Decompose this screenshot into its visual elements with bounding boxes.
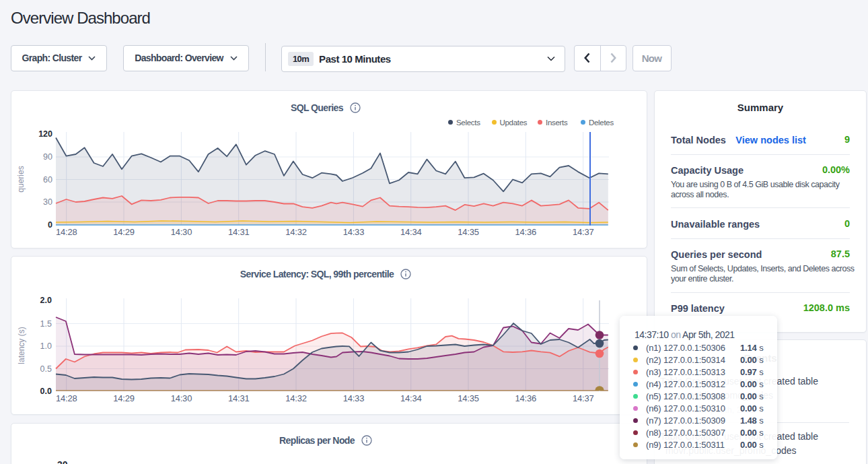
svg-text:1.0: 1.0: [40, 341, 52, 351]
svg-text:14:30: 14:30: [171, 393, 192, 403]
svg-text:14:37: 14:37: [573, 393, 594, 403]
svg-text:2.0: 2.0: [40, 296, 52, 305]
svg-text:14:31: 14:31: [228, 393, 250, 403]
svg-text:14:29: 14:29: [113, 393, 135, 403]
svg-text:0.0: 0.0: [40, 387, 52, 396]
svg-text:14:33: 14:33: [343, 393, 365, 403]
svg-text:14:35: 14:35: [458, 393, 479, 403]
svg-text:14:36: 14:36: [515, 393, 537, 403]
svg-text:14:32: 14:32: [285, 393, 307, 403]
svg-text:1.5: 1.5: [40, 319, 52, 329]
svg-text:14:28: 14:28: [56, 393, 77, 403]
svg-text:14:34: 14:34: [400, 393, 422, 403]
svg-text:0.5: 0.5: [40, 364, 52, 374]
svg-text:latency (s): latency (s): [17, 327, 26, 364]
